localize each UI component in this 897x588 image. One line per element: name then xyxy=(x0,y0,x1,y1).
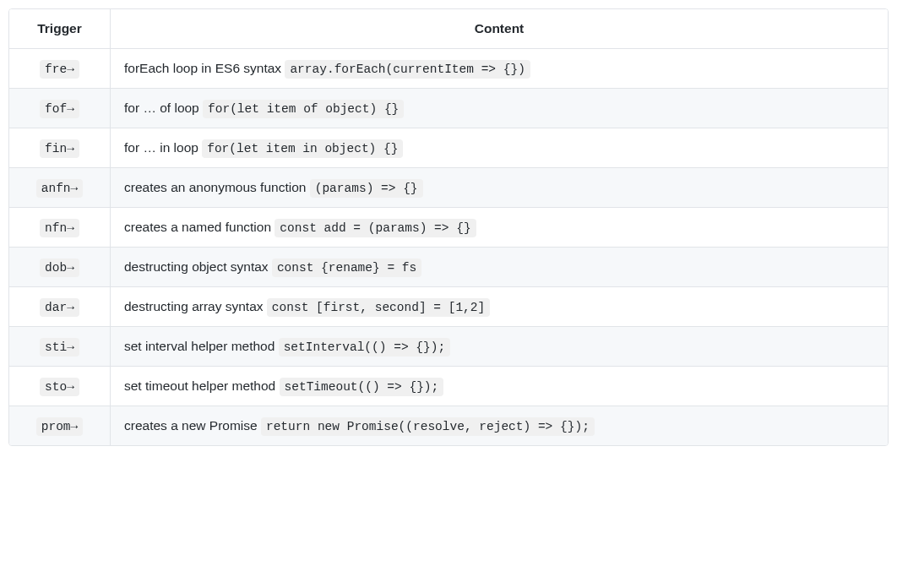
content-cell: destructing array syntax const [first, s… xyxy=(111,287,888,327)
table-row: nfn→creates a named function const add =… xyxy=(9,208,888,248)
content-description: set interval helper method xyxy=(124,339,279,353)
header-content: Content xyxy=(111,9,888,49)
trigger-cell: prom→ xyxy=(9,406,111,445)
content-description: for … in loop xyxy=(124,140,202,155)
content-code: (params) => {} xyxy=(310,179,423,198)
content-code: array.forEach(currentItem => {}) xyxy=(285,60,530,79)
content-code: setInterval(() => {}); xyxy=(279,338,450,357)
trigger-code: fin→ xyxy=(40,139,79,158)
content-description: creates a named function xyxy=(124,220,275,234)
header-trigger: Trigger xyxy=(9,9,111,49)
trigger-code: anfn→ xyxy=(36,179,84,198)
content-cell: set timeout helper method setTimeout(() … xyxy=(111,367,888,406)
table-row: anfn→creates an anonymous function (para… xyxy=(9,168,888,208)
content-description: creates a new Promise xyxy=(124,418,261,433)
trigger-code: dar→ xyxy=(40,298,79,317)
trigger-cell: anfn→ xyxy=(9,168,111,208)
content-code: const add = (params) => {} xyxy=(275,219,476,237)
content-cell: for … of loop for(let item of object) {} xyxy=(111,89,888,128)
content-cell: creates an anonymous function (params) =… xyxy=(111,168,888,208)
trigger-cell: nfn→ xyxy=(9,208,111,248)
content-description: for … of loop xyxy=(124,101,203,115)
content-description: creates an anonymous function xyxy=(124,180,310,194)
table-row: fof→for … of loop for(let item of object… xyxy=(9,89,888,128)
content-description: forEach loop in ES6 syntax xyxy=(124,61,285,75)
content-code: const [first, second] = [1,2] xyxy=(267,298,490,317)
content-cell: creates a new Promise return new Promise… xyxy=(111,406,888,445)
table-row: sti→set interval helper method setInterv… xyxy=(9,327,888,367)
content-cell: creates a named function const add = (pa… xyxy=(111,208,888,248)
trigger-cell: fin→ xyxy=(9,128,111,168)
trigger-code: sto→ xyxy=(40,378,79,396)
trigger-cell: dob→ xyxy=(9,248,111,287)
trigger-code: fof→ xyxy=(40,100,79,118)
table-row: sto→set timeout helper method setTimeout… xyxy=(9,367,888,406)
table-row: fin→for … in loop for(let item in object… xyxy=(9,128,888,168)
table-row: dar→destructing array syntax const [firs… xyxy=(9,287,888,327)
trigger-cell: sti→ xyxy=(9,327,111,367)
trigger-code: prom→ xyxy=(36,417,84,436)
content-description: destructing array syntax xyxy=(124,299,267,313)
content-code: for(let item of object) {} xyxy=(203,100,404,118)
trigger-cell: fof→ xyxy=(9,89,111,128)
content-description: destructing object syntax xyxy=(124,259,272,274)
trigger-code: nfn→ xyxy=(40,219,79,237)
content-cell: for … in loop for(let item in object) {} xyxy=(111,128,888,168)
content-code: return new Promise((resolve, reject) => … xyxy=(261,417,595,436)
table-row: prom→creates a new Promise return new Pr… xyxy=(9,406,888,445)
table-row: fre→forEach loop in ES6 syntax array.for… xyxy=(9,49,888,89)
trigger-code: dob→ xyxy=(40,259,79,277)
trigger-code: fre→ xyxy=(40,60,79,79)
content-cell: set interval helper method setInterval((… xyxy=(111,327,888,367)
trigger-cell: dar→ xyxy=(9,287,111,327)
content-cell: destructing object syntax const {rename}… xyxy=(111,248,888,287)
content-cell: forEach loop in ES6 syntax array.forEach… xyxy=(111,49,888,89)
trigger-cell: sto→ xyxy=(9,367,111,406)
content-code: const {rename} = fs xyxy=(272,259,421,277)
content-code: for(let item in object) {} xyxy=(202,139,403,158)
content-code: setTimeout(() => {}); xyxy=(280,378,444,396)
table-header-row: Trigger Content xyxy=(9,9,888,49)
content-description: set timeout helper method xyxy=(124,378,280,393)
table-row: dob→destructing object syntax const {ren… xyxy=(9,248,888,287)
trigger-cell: fre→ xyxy=(9,49,111,89)
trigger-code: sti→ xyxy=(40,338,79,357)
snippets-table: Trigger Content fre→forEach loop in ES6 … xyxy=(8,8,889,446)
